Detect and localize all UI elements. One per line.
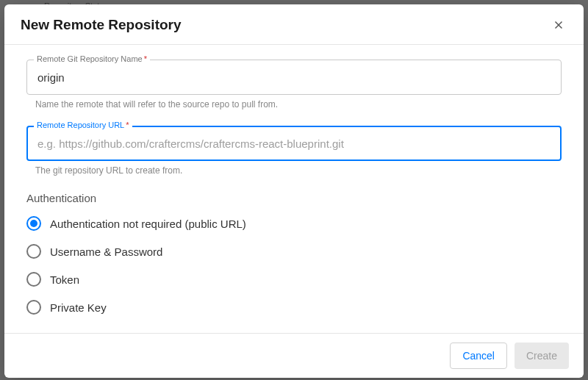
- dialog-header: New Remote Repository: [4, 4, 584, 44]
- cancel-button[interactable]: Cancel: [450, 343, 507, 369]
- dialog-footer: Cancel Create: [4, 333, 584, 378]
- auth-option-public[interactable]: Authentication not required (public URL): [26, 216, 562, 231]
- radio-label: Authentication not required (public URL): [50, 218, 246, 230]
- close-icon: [552, 18, 565, 32]
- authentication-radio-group: Authentication not required (public URL)…: [26, 216, 562, 315]
- auth-option-username-password[interactable]: Username & Password: [26, 244, 562, 259]
- radio-icon: [26, 244, 41, 259]
- repo-url-field-wrap: Remote Repository URL*: [26, 126, 562, 161]
- close-button[interactable]: [550, 16, 567, 34]
- repo-url-helper: The git repository URL to create from.: [35, 165, 562, 176]
- repo-name-helper: Name the remote that will refer to the s…: [35, 99, 562, 110]
- repo-name-input[interactable]: [26, 60, 562, 95]
- dialog-title: New Remote Repository: [21, 17, 182, 33]
- dialog-body: Remote Git Repository Name* Name the rem…: [4, 45, 584, 333]
- radio-icon: [26, 300, 41, 315]
- radio-icon: [26, 216, 41, 231]
- create-button[interactable]: Create: [514, 343, 569, 369]
- auth-option-token[interactable]: Token: [26, 272, 562, 287]
- repo-name-field-wrap: Remote Git Repository Name*: [26, 60, 562, 95]
- radio-label: Token: [50, 273, 79, 286]
- repo-name-label: Remote Git Repository Name*: [34, 54, 150, 63]
- radio-label: Username & Password: [50, 245, 162, 258]
- radio-icon: [26, 272, 41, 287]
- auth-option-private-key[interactable]: Private Key: [26, 300, 562, 315]
- authentication-heading: Authentication: [26, 192, 562, 204]
- radio-label: Private Key: [50, 301, 107, 314]
- new-remote-repository-dialog: New Remote Repository Remote Git Reposit…: [4, 4, 584, 378]
- repo-url-label: Remote Repository URL*: [34, 121, 132, 129]
- repo-url-input[interactable]: [26, 126, 562, 161]
